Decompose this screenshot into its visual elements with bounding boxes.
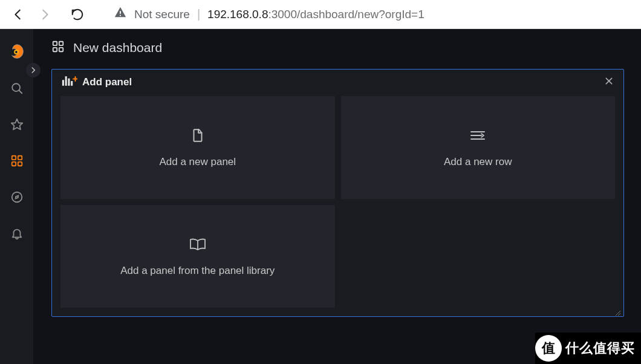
- svg-rect-17: [65, 76, 67, 86]
- page-header: New dashboard: [51, 40, 624, 56]
- svg-rect-12: [53, 42, 57, 45]
- wizard-cards: Add a new panel Add a new row Add a pane…: [52, 96, 623, 316]
- svg-line-29: [618, 313, 620, 316]
- add-new-row-card[interactable]: Add a new row: [341, 96, 616, 199]
- svg-rect-9: [18, 162, 21, 166]
- wizard-title: Add panel: [82, 76, 132, 88]
- dashboard-grid-icon: [51, 40, 65, 56]
- svg-rect-1: [120, 15, 121, 16]
- main-content: New dashboard Add panel: [33, 29, 641, 364]
- star-icon[interactable]: [5, 112, 29, 137]
- svg-line-4: [19, 90, 22, 93]
- resize-handle[interactable]: [614, 308, 621, 315]
- search-icon[interactable]: [5, 76, 29, 100]
- bar-chart-plus-icon: [62, 76, 77, 89]
- svg-rect-19: [71, 81, 73, 86]
- add-panel-wizard: Add panel Add a new panel Add: [51, 69, 624, 317]
- book-open-icon: [189, 236, 207, 255]
- close-button[interactable]: [604, 76, 614, 88]
- forward-button[interactable]: [33, 2, 57, 27]
- svg-line-28: [616, 311, 620, 316]
- file-icon: [190, 128, 206, 146]
- explore-icon[interactable]: [5, 185, 29, 209]
- add-from-library-card[interactable]: Add a panel from the panel library: [60, 205, 335, 308]
- svg-point-10: [11, 192, 22, 203]
- rows-icon: [469, 128, 486, 146]
- address-bar[interactable]: Not secure | 192.168.0.8:3000/dashboard/…: [114, 6, 425, 22]
- add-new-panel-card[interactable]: Add a new panel: [60, 96, 335, 199]
- svg-rect-0: [120, 11, 121, 14]
- sidebar-expand-handle[interactable]: [26, 63, 41, 77]
- svg-point-2: [15, 50, 18, 54]
- svg-marker-5: [11, 119, 22, 129]
- card-label: Add a panel from the panel library: [120, 265, 275, 277]
- svg-rect-6: [11, 156, 15, 160]
- svg-rect-16: [62, 80, 64, 86]
- dashboards-icon[interactable]: [5, 149, 29, 173]
- watermark-circle-icon: 值: [535, 335, 562, 362]
- card-label: Add a new row: [444, 156, 512, 168]
- watermark-badge: 值 什么值得买: [535, 333, 641, 364]
- left-sidebar: [0, 29, 33, 364]
- browser-toolbar: Not secure | 192.168.0.8:3000/dashboard/…: [0, 0, 641, 29]
- url-text: 192.168.0.8:3000/dashboard/new?orgId=1: [207, 8, 425, 21]
- watermark-text: 什么值得买: [565, 339, 635, 357]
- svg-rect-7: [18, 156, 21, 160]
- svg-rect-18: [68, 79, 70, 86]
- svg-rect-15: [59, 48, 63, 51]
- wizard-header: Add panel: [52, 70, 623, 96]
- alerting-icon[interactable]: [5, 221, 29, 245]
- app-root: New dashboard Add panel: [0, 29, 641, 364]
- page-title: New dashboard: [73, 41, 162, 55]
- empty-card-slot: [341, 205, 616, 308]
- not-secure-label: Not secure: [134, 8, 190, 21]
- svg-rect-14: [53, 48, 57, 51]
- url-separator: |: [197, 7, 200, 21]
- back-button[interactable]: [6, 2, 30, 27]
- svg-rect-8: [11, 162, 15, 166]
- not-secure-icon: [114, 6, 127, 22]
- svg-rect-13: [59, 42, 63, 45]
- grafana-logo-icon[interactable]: [5, 40, 29, 64]
- card-label: Add a new panel: [159, 156, 236, 168]
- svg-marker-11: [15, 196, 18, 199]
- reload-button[interactable]: [65, 2, 89, 27]
